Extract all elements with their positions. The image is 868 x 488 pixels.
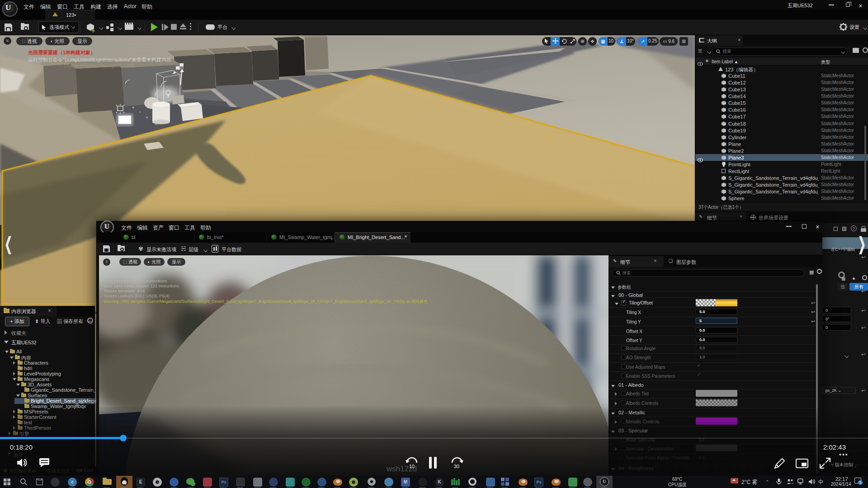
svg-text:10: 10	[409, 464, 415, 469]
svg-text:30: 30	[454, 464, 459, 469]
